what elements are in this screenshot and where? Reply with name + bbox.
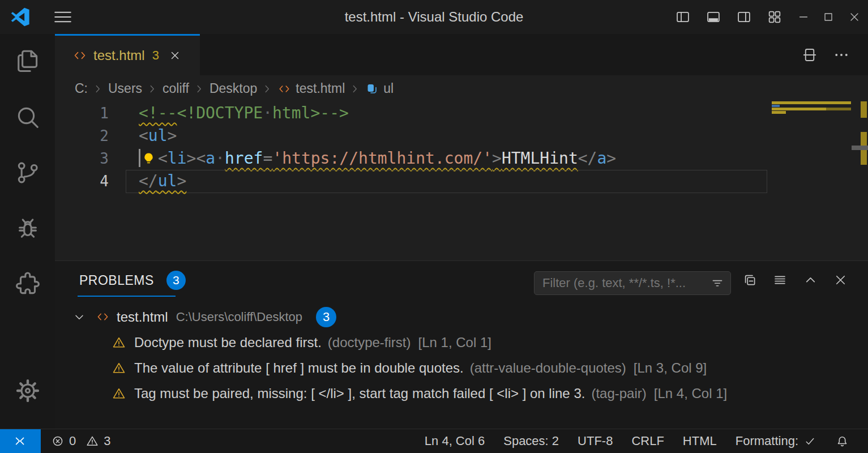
tab-problems[interactable]: PROBLEMS 3 — [79, 271, 186, 290]
chevron-right-icon — [349, 83, 361, 95]
code-line[interactable]: 3 <li><a·href='https://htmlhint.com/'>HT… — [55, 147, 868, 170]
html-file-icon — [96, 310, 110, 324]
status-language-mode[interactable]: HTML — [683, 434, 717, 448]
breadcrumb-symbol-ul[interactable]: ul — [365, 81, 394, 96]
code-token: > — [177, 172, 186, 190]
code-token: > — [168, 126, 177, 145]
code-line[interactable]: 1<!--<!DOCTYPE·html>--> — [55, 102, 868, 125]
problem-source: (doctype-first) — [328, 335, 411, 351]
more-actions-icon[interactable] — [833, 46, 850, 63]
breadcrumb-coliff[interactable]: coliff — [163, 81, 189, 96]
problem-source: (tag-pair) — [591, 386, 646, 401]
status-cursor-position[interactable]: Ln 4, Col 6 — [425, 434, 485, 448]
title-bar: test.html - Visual Studio Code — [0, 0, 868, 34]
line-content: <li><a·href='https://htmlhint.com/'>HTML… — [126, 147, 616, 170]
code-token: < — [139, 126, 148, 145]
filter-icon[interactable] — [710, 276, 725, 290]
view-as-table-icon[interactable] — [772, 272, 788, 288]
toggle-panel-icon[interactable] — [705, 9, 721, 25]
warning-icon — [112, 361, 126, 375]
code-token: < — [196, 149, 206, 168]
maximize-panel-icon[interactable] — [803, 272, 818, 288]
problems-panel: PROBLEMS 3 — [55, 260, 868, 429]
tab-problem-count: 3 — [152, 48, 159, 63]
line-content: <ul> — [126, 125, 177, 147]
source-control-icon[interactable] — [0, 145, 55, 200]
problems-file-row[interactable]: test.html C:\Users\coliff\Desktop 3 — [55, 304, 868, 330]
chevron-right-icon — [92, 83, 104, 95]
breadcrumb-label: coliff — [163, 81, 189, 96]
chevron-right-icon — [193, 83, 206, 95]
status-formatting[interactable]: Formatting: — [736, 434, 816, 448]
extensions-icon[interactable] — [0, 256, 55, 311]
problem-source: (attr-value-double-quotes) — [470, 360, 626, 376]
html-file-icon — [72, 48, 87, 63]
lightbulb-icon[interactable] — [141, 151, 156, 166]
code-token: </ — [578, 149, 597, 168]
status-item-label: CRLF — [631, 434, 664, 448]
remote-indicator[interactable] — [0, 429, 41, 453]
code-token: > — [606, 149, 616, 168]
code-token: HTMLHint — [502, 149, 578, 168]
code-token: 'https://htmlhint.com/' — [272, 149, 492, 168]
explorer-icon[interactable] — [0, 34, 55, 89]
problem-doctype-first[interactable]: Doctype must be declared first. (doctype… — [55, 330, 868, 355]
breadcrumb: C: Users coliff Desktop test.html ul — [55, 75, 868, 102]
minimap-mark — [772, 105, 780, 107]
close-icon[interactable] — [841, 0, 867, 34]
close-panel-icon[interactable] — [833, 272, 848, 288]
vscode-window: test.html - Visual Studio Code — [0, 0, 868, 453]
code-token: > — [492, 149, 502, 168]
active-tab-underline — [78, 296, 176, 297]
tab-test-html[interactable]: test.html 3 — [55, 34, 200, 75]
problem-position: [Ln 3, Col 9] — [634, 360, 707, 376]
error-icon — [51, 434, 65, 448]
warning-icon — [112, 386, 126, 401]
status-item-label: Formatting: — [736, 434, 798, 448]
problem-tag-pair[interactable]: Tag must be paired, missing: [ </li> ], … — [55, 381, 868, 406]
close-icon[interactable] — [169, 49, 181, 62]
remote-icon — [13, 434, 28, 449]
toggle-primary-sidebar-icon[interactable] — [675, 9, 691, 25]
problems-tab-label: PROBLEMS — [79, 273, 154, 288]
chevron-down-icon[interactable] — [72, 310, 86, 324]
code-line[interactable]: 2<ul> — [55, 125, 868, 147]
minimap-mark — [772, 101, 851, 104]
breadcrumb-desktop[interactable]: Desktop — [209, 81, 257, 96]
run-and-debug-icon[interactable] — [0, 200, 55, 256]
line-number: 2 — [55, 125, 109, 147]
minimize-icon[interactable] — [790, 0, 816, 34]
code-token: < — [158, 149, 168, 168]
problem-attr-value-double-quotes[interactable]: The value of attribute [ href ] must be … — [55, 355, 868, 381]
collapse-all-icon[interactable] — [742, 272, 758, 288]
chevron-right-icon — [261, 83, 273, 95]
settings-gear-icon[interactable] — [0, 369, 55, 413]
status-right-items: Ln 4, Col 6Spaces: 2UTF-8CRLFHTMLFormatt… — [425, 429, 868, 453]
minimap-mark — [826, 108, 851, 110]
status-eol[interactable]: CRLF — [631, 434, 664, 448]
search-icon[interactable] — [0, 89, 55, 145]
breadcrumb-file[interactable]: test.html — [277, 81, 345, 96]
status-item-label: Spaces: 2 — [503, 434, 559, 448]
check-icon — [803, 435, 816, 448]
code-token: html>--> — [272, 104, 349, 122]
breadcrumb-drive[interactable]: C: — [75, 81, 88, 96]
breadcrumb-users[interactable]: Users — [108, 81, 142, 96]
status-indentation[interactable]: Spaces: 2 — [503, 434, 559, 448]
code-token: li — [168, 149, 187, 168]
toggle-secondary-sidebar-icon[interactable] — [736, 9, 752, 25]
filter-input[interactable] — [535, 276, 710, 290]
line-number: 1 — [55, 102, 109, 125]
status-encoding[interactable]: UTF-8 — [578, 434, 613, 448]
breadcrumb-label: test.html — [296, 81, 345, 96]
status-problems[interactable]: 0 3 — [51, 429, 111, 453]
customize-layout-icon[interactable] — [767, 9, 783, 25]
status-notifications[interactable] — [835, 434, 849, 448]
problems-count-badge: 3 — [166, 271, 186, 290]
code-token: · — [215, 149, 225, 168]
maximize-icon[interactable] — [815, 0, 841, 34]
split-editor-icon[interactable] — [801, 46, 818, 63]
text-cursor — [139, 149, 140, 167]
code-line[interactable]: 4</ul> — [55, 170, 868, 193]
editor[interactable]: 1<!--<!DOCTYPE·html>-->2<ul>3 <li><a·hre… — [55, 102, 868, 260]
